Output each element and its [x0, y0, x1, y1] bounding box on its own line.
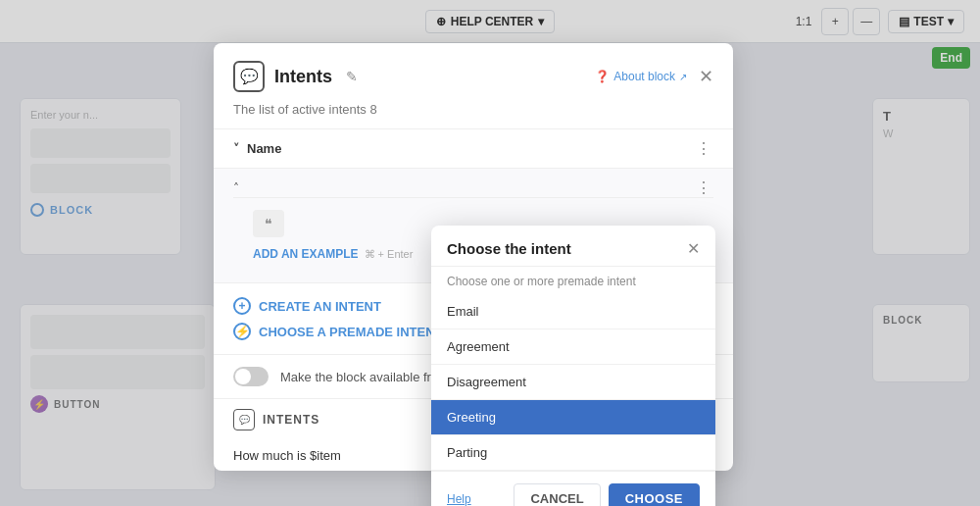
choose-premade-label: CHOOSE A PREMADE INTENT [259, 325, 443, 339]
help-link[interactable]: Help [447, 492, 471, 506]
add-example-link[interactable]: ADD AN EXAMPLE [253, 247, 359, 261]
three-dots-row2[interactable]: ⋮ [696, 178, 713, 197]
choose-dialog-title: Choose the intent [447, 240, 571, 257]
plus-circle-icon: + [233, 297, 251, 315]
chevron-down-icon-row1: ˅ [233, 142, 239, 156]
choose-button[interactable]: CHOOSE [609, 483, 700, 506]
about-block-link[interactable]: ❓ About block ↗ [595, 70, 687, 83]
modal-title: Intents [274, 67, 332, 87]
quote-box: ❝ [253, 210, 284, 237]
choose-dialog-header: Choose the intent ✕ [431, 226, 715, 267]
modal-subtitle: The list of active intents 8 [214, 102, 733, 128]
intent-item-greeting[interactable]: Greeting [431, 400, 715, 435]
chevron-up-icon-row2: ˄ [233, 181, 239, 195]
external-link-icon: ↗ [679, 72, 687, 82]
choose-dialog-footer: Help CANCEL CHOOSE [431, 471, 715, 506]
intent-name-row[interactable]: ˅ Name ⋮ [214, 128, 733, 168]
lightning-circle-icon: ⚡ [233, 323, 251, 340]
toggle-label: Make the block available from [280, 370, 449, 384]
edit-icon[interactable]: ✎ [346, 69, 358, 84]
intents-badge-label: INTENTS [263, 413, 319, 427]
three-dots-row1[interactable]: ⋮ [696, 139, 713, 158]
question-icon: ❓ [595, 70, 610, 83]
choose-subtitle: Choose one or more premade intent [431, 267, 715, 294]
intent-list: Email Agreement Disagreement Greeting Pa… [431, 294, 715, 471]
about-link-label: About block [613, 70, 675, 83]
cancel-button[interactable]: CANCEL [514, 483, 600, 506]
modal-icon: 💬 [233, 61, 265, 92]
modal-close-button[interactable]: ✕ [699, 66, 713, 87]
modal-header: 💬 Intents ✎ ❓ About block ↗ ✕ [214, 43, 733, 102]
footer-buttons: CANCEL CHOOSE [514, 483, 700, 506]
kbd-hint: ⌘ + Enter [365, 248, 414, 261]
speech-bubble-icon: 💬 [240, 68, 259, 85]
intent-item-parting[interactable]: Parting [431, 435, 715, 471]
intents-small-icon: 💬 [233, 409, 255, 430]
intent-item-agreement[interactable]: Agreement [431, 329, 715, 365]
toggle-switch[interactable] [233, 367, 269, 386]
toggle-knob [235, 369, 251, 384]
intent-item-email[interactable]: Email [431, 294, 715, 329]
choose-close-button[interactable]: ✕ [687, 239, 700, 258]
quote-icon: ❝ [265, 216, 272, 231]
intent-item-disagreement[interactable]: Disagreement [431, 365, 715, 400]
choose-intent-dialog: Choose the intent ✕ Choose one or more p… [431, 226, 715, 506]
intent-name-label: Name [247, 141, 281, 156]
create-intent-label: CREATE AN INTENT [259, 299, 381, 314]
